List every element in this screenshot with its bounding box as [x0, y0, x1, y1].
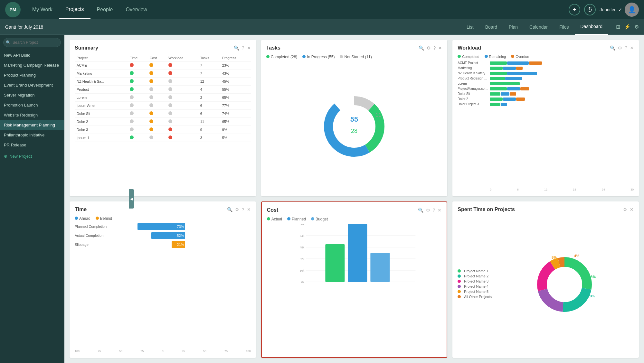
tasks-notstarted-legend: Not Started (11)	[340, 55, 372, 59]
cost-search-icon[interactable]: 🔍	[418, 208, 423, 213]
time-close-icon[interactable]: ✕	[247, 207, 251, 212]
nav-my-work[interactable]: My Work	[26, 0, 59, 19]
time-ahead-legend: Ahead	[75, 216, 90, 221]
search-icon: 🔍	[6, 40, 11, 45]
summary-progress: 5%	[220, 134, 251, 142]
workload-close-icon[interactable]: ✕	[630, 45, 634, 51]
nav-overview[interactable]: Overview	[119, 0, 154, 19]
tasks-close-icon[interactable]: ✕	[438, 45, 442, 51]
sidebar-item-promotion-launch[interactable]: Promotion Launch	[0, 100, 64, 110]
svg-text:55: 55	[350, 115, 358, 123]
workload-bar-group	[490, 61, 634, 65]
settings-icon[interactable]: ⚙	[634, 24, 639, 30]
workload-completed-bar	[490, 98, 503, 101]
svg-text:11: 11	[375, 112, 381, 118]
workload-search-icon[interactable]: 🔍	[610, 45, 615, 51]
tab-dashboard[interactable]: Dashboard	[575, 19, 609, 35]
spent-time-close-icon[interactable]: ✕	[630, 207, 634, 212]
summary-cost-dot	[147, 78, 166, 86]
add-button[interactable]: +	[569, 4, 580, 15]
sidebar-item-marketing-campaign[interactable]: Marketing Campaign Release	[0, 60, 64, 70]
svg-text:80k: 80k	[299, 224, 304, 226]
summary-project-name: Marketing	[75, 70, 128, 78]
workload-completed-bar	[490, 82, 520, 85]
sidebar-item-new-api[interactable]: New API Build	[0, 50, 64, 60]
tab-plan[interactable]: Plan	[503, 19, 524, 35]
clock-button[interactable]: ⏱	[584, 4, 596, 15]
app-logo[interactable]: PM	[5, 2, 21, 17]
col-workload: Workload	[166, 55, 198, 61]
sidebar-item-philanthropic[interactable]: Philanthropic Initiative	[0, 130, 64, 140]
user-badge[interactable]: Jennifer ✓ 👤	[600, 3, 639, 17]
svg-text:28%: 28%	[589, 275, 596, 279]
tasks-gear-icon[interactable]: ⚙	[427, 45, 431, 51]
col-progress: Progress	[220, 55, 251, 61]
grid-icon[interactable]: ⊞	[616, 24, 620, 30]
spent-time-donut: 28% 23% 20% 20% 5% 4%	[496, 249, 634, 320]
time-label-slippage: Slippage	[75, 243, 120, 247]
summary-help-icon[interactable]: ?	[242, 45, 244, 51]
nav-projects[interactable]: Projects	[59, 0, 90, 19]
cost-planned-legend: Planned	[287, 217, 306, 221]
sidebar-item-website-redesign[interactable]: Website Redesign	[0, 110, 64, 120]
sidebar-collapse-button[interactable]: ◀	[129, 189, 134, 209]
cost-gear-icon[interactable]: ⚙	[426, 208, 430, 213]
sidebar-item-risk-management[interactable]: Risk Management Planning	[0, 120, 64, 130]
workload-help-icon[interactable]: ?	[625, 45, 627, 51]
workload-completed-bar	[490, 103, 500, 106]
sidebar: 🔍 New API Build Marketing Campaign Relea…	[0, 35, 64, 363]
tab-board[interactable]: Board	[479, 19, 503, 35]
tasks-card-header: Tasks 🔍 ⚙ ? ✕	[266, 45, 442, 51]
filter-icon[interactable]: ⚡	[624, 24, 630, 30]
sidebar-item-server-migration[interactable]: Server Migration	[0, 90, 64, 100]
cost-close-icon[interactable]: ✕	[438, 208, 441, 213]
time-gear-icon[interactable]: ⚙	[235, 207, 239, 212]
time-axis: 100 75 50 25 0 25 50 75 100	[75, 349, 251, 353]
workload-row: ACME Project	[458, 61, 634, 65]
workload-bar-group	[490, 82, 634, 85]
user-name: Jennifer	[600, 7, 616, 12]
tasks-help-icon[interactable]: ?	[433, 45, 436, 51]
workload-bar-group	[490, 77, 634, 80]
summary-time-dot	[128, 61, 147, 70]
workload-row: Dolor 2	[458, 97, 634, 101]
summary-time-dot	[128, 134, 147, 142]
table-row: Dolor 2 11 65%	[75, 118, 251, 126]
nav-people[interactable]: People	[90, 0, 119, 19]
cost-actual-legend: Actual	[267, 217, 282, 221]
cost-help-icon[interactable]: ?	[433, 208, 435, 213]
workload-remaining-bar	[503, 67, 516, 70]
cost-title: Cost	[267, 207, 418, 213]
summary-close-icon[interactable]: ✕	[247, 45, 251, 51]
tasks-search-icon[interactable]: 🔍	[419, 45, 424, 51]
time-search-icon[interactable]: 🔍	[227, 207, 232, 212]
workload-overdue-bar	[516, 67, 523, 70]
tasks-donut-container: 55 28 11	[266, 62, 442, 191]
new-project-button[interactable]: ⊕ New Project	[0, 151, 64, 161]
sidebar-item-product-planning[interactable]: Product Planning	[0, 70, 64, 80]
legend-label-3: Project Name 3	[464, 279, 488, 283]
workload-label: Lorem	[458, 82, 490, 85]
tab-calendar[interactable]: Calendar	[524, 19, 554, 35]
col-tasks: Tasks	[198, 55, 220, 61]
workload-gear-icon[interactable]: ⚙	[618, 45, 622, 51]
sidebar-item-event-brand[interactable]: Event Brand Development	[0, 80, 64, 90]
time-title: Time	[75, 207, 227, 212]
tab-files[interactable]: Files	[554, 19, 575, 35]
workload-axis: 0 6 12 18 24 30	[458, 188, 634, 191]
sub-nav-title: Gantt for July 2018	[5, 24, 43, 30]
workload-overdue-bar	[510, 92, 516, 96]
spent-time-card-header: Spent Time on Projects ⚙ ✕	[458, 207, 634, 212]
user-check-icon: ✓	[618, 7, 622, 12]
col-project: Project	[75, 55, 128, 61]
tab-list[interactable]: List	[461, 19, 479, 35]
time-help-icon[interactable]: ?	[242, 207, 244, 212]
svg-text:23%: 23%	[588, 294, 595, 298]
search-input[interactable]	[3, 38, 61, 47]
cost-card: Cost 🔍 ⚙ ? ✕ Actual Planned Budget	[261, 201, 448, 358]
sidebar-item-pr-release[interactable]: PR Release	[0, 140, 64, 150]
summary-time-dot	[128, 102, 147, 110]
spent-time-gear-icon[interactable]: ⚙	[623, 207, 627, 212]
summary-search-icon[interactable]: 🔍	[234, 45, 239, 51]
summary-project-name: Ipsum 1	[75, 134, 128, 142]
